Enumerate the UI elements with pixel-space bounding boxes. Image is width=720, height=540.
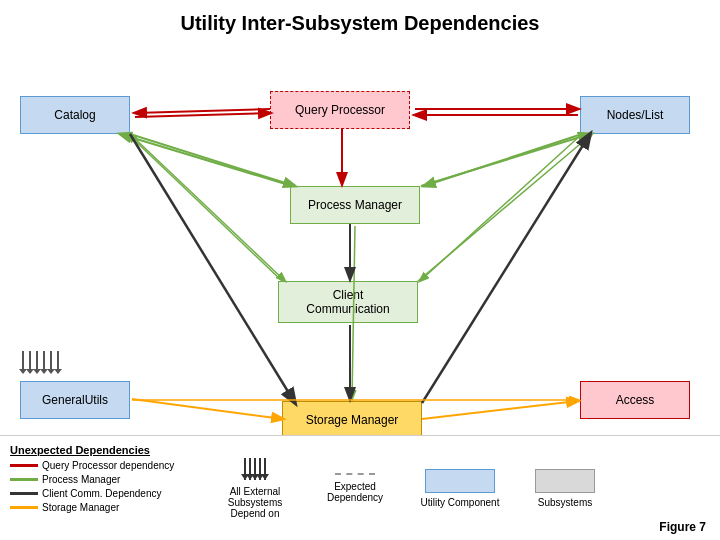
legend-label-cc: Client Comm. Dependency [42, 488, 162, 499]
node-client-comm: ClientCommunication [278, 281, 418, 323]
legend-utility: Utility Component [410, 444, 510, 532]
svg-line-1 [135, 113, 270, 117]
legend-label-sm: Storage Manager [42, 502, 119, 513]
svg-line-14 [132, 399, 283, 419]
vertical-arrows-indicator [22, 351, 59, 369]
node-storage-manager: Storage Manager [282, 401, 422, 439]
legend-heading: Unexpected Dependencies [10, 444, 200, 456]
legend-item-qp: Query Processor dependency [10, 460, 200, 471]
svg-line-8 [130, 134, 285, 281]
legend-label-pm: Process Manager [42, 474, 120, 485]
figure-label: Figure 7 [659, 520, 706, 534]
legend-area: Unexpected Dependencies Query Processor … [0, 435, 720, 540]
legend-subsystems: Subsystems [520, 444, 610, 532]
legend-item-pm: Process Manager [10, 474, 200, 485]
legend-expected: ExpectedDependency [310, 444, 400, 532]
legend-line-sm [10, 506, 38, 509]
svg-line-15 [422, 401, 578, 419]
legend-middle: All ExternalSubsystemsDepend on [210, 444, 300, 532]
legend-expected-label: ExpectedDependency [327, 481, 383, 503]
svg-line-12 [130, 134, 295, 403]
svg-line-6 [424, 134, 582, 186]
diagram-area: Catalog Query Processor Nodes/List Proce… [0, 41, 720, 461]
svg-line-0 [135, 109, 270, 113]
legend-line-cc [10, 492, 38, 495]
main-title: Utility Inter-Subsystem Dependencies [0, 0, 720, 41]
legend-dashed-line [335, 473, 375, 475]
node-general-utils: GeneralUtils [20, 381, 130, 419]
legend-line-qp [10, 464, 38, 467]
svg-line-13 [422, 134, 590, 403]
legend-vertical-arrows [244, 458, 266, 480]
svg-line-9 [128, 134, 282, 281]
node-access: Access [580, 381, 690, 419]
legend-subsystem-box [535, 469, 595, 493]
svg-line-4 [130, 134, 295, 186]
legend-item-cc: Client Comm. Dependency [10, 488, 200, 499]
vert-arrow-5 [264, 458, 266, 480]
legend-line-pm [10, 478, 38, 481]
legend-all-external-label: All ExternalSubsystemsDepend on [228, 486, 282, 519]
node-catalog: Catalog [20, 96, 130, 134]
legend-left: Unexpected Dependencies Query Processor … [10, 444, 200, 532]
legend-subsystems-label: Subsystems [538, 497, 592, 508]
svg-line-5 [120, 134, 292, 186]
legend-utility-box [425, 469, 495, 493]
legend-label-qp: Query Processor dependency [42, 460, 174, 471]
svg-line-7 [421, 134, 590, 186]
legend-item-sm: Storage Manager [10, 502, 200, 513]
legend-utility-label: Utility Component [421, 497, 500, 508]
svg-line-10 [420, 134, 582, 281]
svg-line-11 [418, 134, 592, 281]
node-query-processor: Query Processor [270, 91, 410, 129]
node-nodes-list: Nodes/List [580, 96, 690, 134]
node-process-manager: Process Manager [290, 186, 420, 224]
